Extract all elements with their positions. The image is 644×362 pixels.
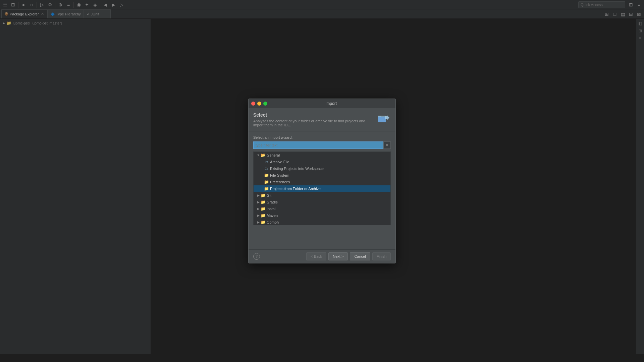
tree-node-install[interactable]: ▶ 📁 Install bbox=[254, 205, 390, 212]
next-button[interactable]: Next > bbox=[328, 252, 348, 260]
arrow-preferences bbox=[260, 180, 264, 184]
filter-row: ✕ bbox=[253, 141, 391, 149]
import-dialog: Import Select Analyzes the content of yo… bbox=[248, 99, 396, 263]
arrow-file-system bbox=[260, 173, 264, 177]
wizard-label: Select an import wizard: bbox=[253, 135, 391, 139]
tree-node-general[interactable]: ▼ 📂 General bbox=[254, 152, 390, 159]
tree-node-archive-file[interactable]: 🗂 Archive File bbox=[254, 159, 390, 165]
filter-input[interactable] bbox=[253, 141, 383, 149]
dialog-footer: ? < Back Next > Cancel Finish bbox=[249, 249, 395, 263]
arrow-general: ▼ bbox=[256, 153, 260, 157]
node-label-preferences: Preferences bbox=[270, 180, 290, 184]
filter-clear-button[interactable]: ✕ bbox=[383, 141, 391, 149]
traffic-light-red[interactable] bbox=[251, 102, 255, 106]
folder-icon-general: 📂 bbox=[260, 153, 266, 157]
import-tree[interactable]: ▼ 📂 General 🗂 Archive File bbox=[253, 152, 391, 225]
arrow-archive bbox=[260, 160, 264, 164]
tree-node-maven[interactable]: ▶ 📁 Maven bbox=[254, 212, 390, 219]
node-label-gradle: Gradle bbox=[267, 200, 278, 204]
traffic-light-green[interactable] bbox=[263, 102, 267, 106]
tree-node-existing-projects[interactable]: 🗂 Existing Projects into Workspace bbox=[254, 165, 390, 172]
node-label-file-system: File System bbox=[270, 173, 289, 177]
icon-preferences: 📁 bbox=[264, 180, 269, 184]
node-label-oomph: Oomph bbox=[267, 220, 279, 224]
node-label-archive-file: Archive File bbox=[270, 160, 289, 164]
icon-projects-from-folder: 📁 bbox=[264, 187, 269, 191]
tree-node-preferences[interactable]: 📁 Preferences bbox=[254, 179, 390, 185]
node-label-maven: Maven bbox=[267, 214, 278, 218]
tree-node-gradle[interactable]: ▶ 📁 Gradle bbox=[254, 199, 390, 205]
tree-node-projects-from-folder[interactable]: 📁 Projects from Folder or Archive bbox=[254, 185, 390, 192]
arrow-existing bbox=[260, 167, 264, 171]
dialog-header-text: Select Analyzes the content of your fold… bbox=[253, 112, 374, 127]
tree-node-oomph[interactable]: ▶ 📁 Oomph bbox=[254, 219, 390, 225]
icon-maven: 📁 bbox=[260, 214, 266, 218]
traffic-light-yellow[interactable] bbox=[257, 102, 261, 106]
cancel-button[interactable]: Cancel bbox=[350, 252, 370, 260]
dialog-header-description: Analyzes the content of your folder or a… bbox=[253, 119, 374, 127]
icon-install: 📁 bbox=[260, 207, 266, 211]
tree-node-git[interactable]: ▶ 📁 Git bbox=[254, 192, 390, 199]
dialog-overlay: Import Select Analyzes the content of yo… bbox=[0, 0, 644, 362]
help-button[interactable]: ? bbox=[253, 253, 260, 260]
tree-node-file-system[interactable]: 📁 File System bbox=[254, 172, 390, 179]
icon-git: 📁 bbox=[260, 193, 266, 197]
arrow-gradle: ▶ bbox=[256, 200, 260, 204]
arrow-maven: ▶ bbox=[256, 214, 260, 218]
icon-existing-projects: 🗂 bbox=[264, 167, 269, 171]
icon-file-system: 📁 bbox=[264, 173, 269, 177]
dialog-header-icon bbox=[377, 112, 391, 126]
node-label-existing-projects: Existing Projects into Workspace bbox=[270, 167, 324, 171]
icon-gradle: 📁 bbox=[260, 200, 266, 204]
back-button[interactable]: < Back bbox=[306, 252, 326, 260]
wizard-spacer bbox=[253, 225, 391, 245]
node-label-general: General bbox=[267, 153, 280, 157]
dialog-header: Select Analyzes the content of your fold… bbox=[249, 108, 395, 131]
arrow-projects-from-folder bbox=[260, 187, 264, 191]
arrow-install: ▶ bbox=[256, 207, 260, 211]
import-icon-svg bbox=[377, 112, 391, 126]
svg-rect-2 bbox=[378, 116, 381, 117]
node-label-install: Install bbox=[267, 207, 276, 211]
dialog-titlebar: Import bbox=[249, 99, 395, 108]
node-label-projects-from-folder: Projects from Folder or Archive bbox=[270, 187, 321, 191]
wizard-content: Select an import wizard: ✕ ▼ 📂 General bbox=[249, 131, 395, 249]
icon-archive-file: 🗂 bbox=[264, 160, 269, 164]
arrow-oomph: ▶ bbox=[256, 220, 260, 224]
icon-oomph: 📁 bbox=[260, 220, 266, 224]
arrow-git: ▶ bbox=[256, 193, 260, 197]
finish-button[interactable]: Finish bbox=[372, 252, 391, 260]
node-label-git: Git bbox=[267, 193, 271, 197]
dialog-title: Import bbox=[269, 101, 393, 106]
dialog-header-title: Select bbox=[253, 112, 374, 118]
